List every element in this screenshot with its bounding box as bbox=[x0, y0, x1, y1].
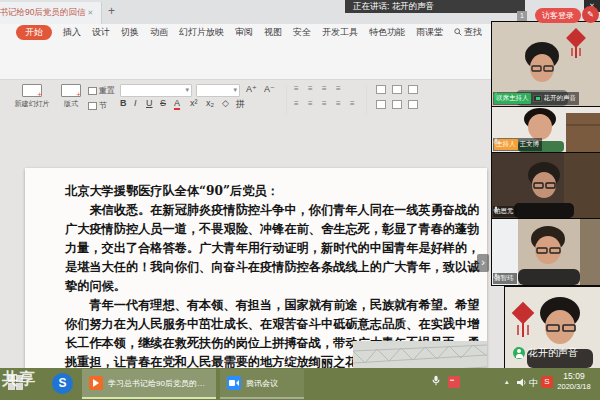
reset-label: 重置 bbox=[99, 85, 115, 96]
tray-recording-icon[interactable] bbox=[448, 376, 460, 388]
ribbon-tab-review[interactable]: 审阅 bbox=[235, 26, 253, 39]
reset-button[interactable]: 重置 bbox=[88, 85, 115, 96]
ribbon-tab-security[interactable]: 安全 bbox=[293, 26, 311, 39]
picture-icon[interactable] bbox=[408, 85, 418, 94]
mic-on-icon bbox=[493, 92, 499, 100]
mic-icon bbox=[493, 206, 499, 214]
bullet-list-icon[interactable] bbox=[294, 84, 299, 93]
font-name-select[interactable] bbox=[120, 84, 192, 97]
align-center-icon[interactable] bbox=[308, 99, 313, 108]
taskbar-item-tencent-meeting[interactable]: 腾讯会议 bbox=[220, 369, 304, 399]
ribbon-tab-rainclass[interactable]: 雨课堂 bbox=[416, 26, 443, 39]
participant-video-5[interactable]: 花开的声音 bbox=[505, 287, 600, 368]
new-slide-button[interactable]: 新建幻灯片 bbox=[8, 84, 56, 109]
bold-button[interactable]: B bbox=[120, 98, 127, 108]
strikethrough-button[interactable]: S bbox=[160, 98, 166, 108]
tab-close-icon[interactable]: ✕ bbox=[87, 9, 93, 17]
ribbon-tab-features[interactable]: 特色功能 bbox=[369, 26, 405, 39]
letter-line: 是堪当大任的！我向你们、向奋斗在疫情防控各条战线上的广大青年，致以诚 bbox=[65, 258, 471, 277]
participant-video-2[interactable]: 主持人 王文博 bbox=[492, 107, 600, 152]
distribute-icon[interactable] bbox=[350, 99, 355, 108]
shrink-font-button[interactable]: A⁻ bbox=[264, 84, 275, 94]
ribbon-tab-devtools[interactable]: 开发工具 bbox=[322, 26, 358, 39]
participant-name: 王文博 bbox=[520, 140, 540, 149]
guest-edit-icon[interactable]: ✎ bbox=[582, 6, 599, 23]
find-label: 查找 bbox=[464, 26, 482, 39]
ribbon-tab-design[interactable]: 设计 bbox=[92, 26, 110, 39]
participant-sidebar: 联席主持人 花开的声音 主持人 王文博 bbox=[492, 22, 600, 368]
shape-icon[interactable] bbox=[376, 100, 386, 109]
clear-format-button[interactable]: ◇ bbox=[222, 98, 229, 108]
participant-video-1[interactable]: 联席主持人 花开的声音 bbox=[492, 22, 600, 106]
layout-label: 版式 bbox=[64, 100, 78, 107]
screen-share-icon bbox=[533, 95, 542, 102]
taskbar-item-label: 学习总书记给90后党员的回信 bbox=[108, 378, 209, 389]
superscript-button[interactable]: x² bbox=[190, 98, 198, 108]
participant-label: 柏思元 bbox=[493, 206, 517, 217]
table-icon[interactable] bbox=[408, 100, 418, 109]
tray-expand-icon[interactable]: ▴ bbox=[505, 378, 509, 386]
section-button[interactable]: 节 bbox=[88, 100, 107, 111]
toolbar-divider bbox=[286, 85, 287, 115]
italic-button[interactable]: I bbox=[134, 98, 137, 108]
layout-icon bbox=[61, 84, 81, 97]
section-icon bbox=[88, 102, 97, 110]
taskbar-item-wps[interactable]: 学习总书记给90后党员的回信 bbox=[82, 369, 216, 399]
taskbar: S 学习总书记给90后党员的回信 腾讯会议 ▴ 中 S 15:09 2020/3… bbox=[0, 368, 600, 400]
sogou-browser-icon[interactable]: S bbox=[52, 373, 73, 394]
font-size-select[interactable] bbox=[196, 84, 240, 97]
new-tab-button[interactable]: + bbox=[108, 4, 115, 18]
subscript-button[interactable]: x₂ bbox=[206, 98, 214, 108]
screen-share-overlay-text: 共享 bbox=[2, 369, 36, 390]
layout-button[interactable]: 版式 bbox=[58, 84, 84, 109]
volume-icon[interactable] bbox=[516, 377, 527, 388]
ribbon-tab-transition[interactable]: 切换 bbox=[121, 26, 139, 39]
mic-icon bbox=[493, 273, 499, 281]
clock-date: 2020/3/18 bbox=[552, 382, 596, 392]
self-view-label: 花开的声音 bbox=[513, 346, 578, 360]
page-count-badge: 1 bbox=[517, 11, 527, 21]
align-right-icon[interactable] bbox=[322, 99, 327, 108]
speaking-toast: 正在讲话: 花开的声音 bbox=[345, 0, 525, 13]
underline-button[interactable]: U bbox=[146, 98, 153, 108]
grow-font-button[interactable]: A⁺ bbox=[246, 84, 257, 94]
ribbon-tab-slideshow[interactable]: 幻灯片放映 bbox=[179, 26, 224, 39]
ribbon-tab-view[interactable]: 视图 bbox=[264, 26, 282, 39]
clock-time: 15:09 bbox=[552, 371, 596, 382]
numbered-list-icon[interactable] bbox=[308, 84, 313, 93]
wordart-icon[interactable] bbox=[392, 85, 402, 94]
participant-label: 蒲智玮 bbox=[493, 273, 517, 284]
participant-video-4[interactable]: 蒲智玮 bbox=[492, 219, 600, 285]
avatar-icon bbox=[513, 347, 525, 359]
align-justify-icon[interactable] bbox=[336, 99, 341, 108]
outdent-icon[interactable] bbox=[322, 84, 327, 93]
ribbon-tab-insert[interactable]: 插入 bbox=[63, 26, 81, 39]
participant-video-3[interactable]: 柏思元 bbox=[492, 153, 600, 218]
input-language-indicator[interactable]: 中 bbox=[529, 377, 538, 390]
system-clock[interactable]: 15:09 2020/3/18 bbox=[552, 371, 596, 392]
align-left-icon[interactable] bbox=[294, 99, 299, 108]
ribbon-tab-home[interactable]: 开始 bbox=[16, 25, 52, 40]
participant-label: 主持人 王文博 bbox=[493, 138, 542, 151]
guest-login-button[interactable]: 访客登录 bbox=[535, 8, 581, 23]
letter-line: 北京大学援鄂医疗队全体“90”后党员： bbox=[65, 182, 471, 201]
letter-line: 广大疫情防控人员一道，不畏艰险、冲锋在前、舍生忘死，彰显了青春的蓬勃 bbox=[65, 220, 471, 239]
chart-icon[interactable] bbox=[392, 100, 402, 109]
ribbon-tab-animation[interactable]: 动画 bbox=[150, 26, 168, 39]
find-button[interactable]: 查找 bbox=[454, 26, 482, 39]
section-label: 节 bbox=[99, 100, 107, 111]
indent-icon[interactable] bbox=[336, 84, 341, 93]
pinyin-button[interactable]: 拼 bbox=[236, 98, 245, 111]
next-arrow-button[interactable]: › bbox=[477, 254, 489, 272]
font-color-button[interactable]: A bbox=[174, 98, 180, 110]
textbox-icon[interactable] bbox=[376, 85, 386, 94]
participant-name: 花开的声音 bbox=[544, 94, 577, 103]
letter-line: 力量，交出了合格答卷。广大青年用行动证明，新时代的中国青年是好样的， bbox=[65, 239, 471, 258]
tray-mic-icon[interactable] bbox=[432, 375, 440, 386]
taskbar-item-label: 腾讯会议 bbox=[246, 378, 278, 389]
document-tab-title: 学习总书记给90后党员的回信 bbox=[0, 7, 85, 19]
letter-line: 来信收悉。在新冠肺炎疫情防控斗争中，你们青年人同在一线英勇奋战的 bbox=[65, 201, 471, 220]
cohost-badge: 联席主持人 bbox=[494, 93, 531, 104]
document-tab[interactable]: 学习总书记给90后党员的回信 ✕ bbox=[0, 2, 102, 24]
new-slide-icon bbox=[22, 84, 42, 97]
